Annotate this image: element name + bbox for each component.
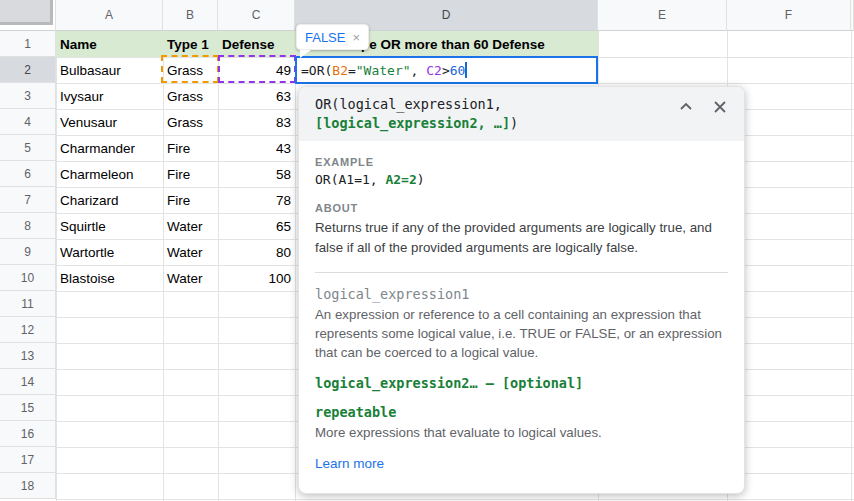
- example-code: OR(A1=1, A2=2): [315, 172, 728, 187]
- select-all-box-icon: [0, 0, 53, 25]
- formula-result-value: FALSE: [305, 30, 345, 45]
- cell-C4[interactable]: 83: [218, 109, 295, 135]
- row-header-15[interactable]: 15: [0, 395, 56, 421]
- cell-B3[interactable]: Grass: [163, 83, 218, 109]
- row-header-7[interactable]: 7: [0, 187, 56, 213]
- cell-C9[interactable]: 80: [218, 239, 295, 265]
- cell-B6[interactable]: Fire: [163, 161, 218, 187]
- formula-token: 60: [450, 63, 466, 78]
- row-header-3[interactable]: 3: [0, 83, 56, 109]
- signature-line-2: [logical_expression2, …]): [315, 114, 674, 133]
- cell-B9[interactable]: Water: [163, 239, 218, 265]
- cell-A5[interactable]: Charmander: [56, 135, 163, 161]
- param2-name: logical_expression2… – [optional]: [315, 375, 728, 391]
- row-header-18[interactable]: 18: [0, 473, 56, 499]
- cell-C6[interactable]: 58: [218, 161, 295, 187]
- cell-A3[interactable]: Ivysaur: [56, 83, 163, 109]
- function-signature: OR(logical_expression1, [logical_express…: [299, 87, 744, 141]
- cell-C10[interactable]: 100: [218, 265, 295, 291]
- cell-A1[interactable]: Name: [56, 31, 163, 57]
- row-header-4[interactable]: 4: [0, 109, 56, 135]
- collapse-chevron-up-icon[interactable]: [676, 97, 696, 117]
- row-header-1[interactable]: 1: [0, 31, 56, 57]
- spreadsheet: ABCDEF123456789101112131415161718Bulbasa…: [0, 0, 854, 501]
- cell-A4[interactable]: Venusaur: [56, 109, 163, 135]
- formula-token: >: [442, 63, 450, 78]
- param1-name: logical_expression1: [315, 286, 728, 302]
- about-text: Returns true if any of the provided argu…: [315, 218, 728, 258]
- row-header-8[interactable]: 8: [0, 213, 56, 239]
- column-header-E[interactable]: E: [598, 0, 727, 31]
- gridline-horizontal: [56, 499, 854, 500]
- formula-token: ,: [411, 63, 427, 78]
- column-header-F[interactable]: F: [727, 0, 851, 31]
- row-header-16[interactable]: 16: [0, 421, 56, 447]
- cell-B10[interactable]: Water: [163, 265, 218, 291]
- row-header-13[interactable]: 13: [0, 343, 56, 369]
- learn-more-link[interactable]: Learn more: [315, 456, 384, 471]
- row-header-5[interactable]: 5: [0, 135, 56, 161]
- cell-B1[interactable]: Type 1: [163, 31, 218, 57]
- cell-B4[interactable]: Grass: [163, 109, 218, 135]
- popup-body: EXAMPLE OR(A1=1, A2=2) ABOUT Returns tru…: [299, 156, 744, 472]
- close-icon[interactable]: ×: [352, 30, 360, 45]
- row-header-2[interactable]: 2: [0, 57, 56, 83]
- example-label: EXAMPLE: [315, 156, 728, 168]
- row-header-9[interactable]: 9: [0, 239, 56, 265]
- cell-C8[interactable]: 65: [218, 213, 295, 239]
- cell-C1[interactable]: Defense: [218, 31, 295, 57]
- param1-description: An expression or reference to a cell con…: [315, 305, 728, 362]
- cell-A6[interactable]: Charmeleon: [56, 161, 163, 187]
- cell-A2[interactable]: Bulbasaur: [56, 57, 163, 83]
- function-help-popup: OR(logical_expression1, [logical_express…: [298, 86, 745, 494]
- select-all-corner[interactable]: [0, 0, 56, 31]
- formula-token: =OR(: [301, 63, 332, 78]
- cell-C7[interactable]: 78: [218, 187, 295, 213]
- row-header-10[interactable]: 10: [0, 265, 56, 291]
- repeatable-label: repeatable: [315, 404, 728, 420]
- row-header-14[interactable]: 14: [0, 369, 56, 395]
- signature-line-1: OR(logical_expression1,: [315, 95, 674, 114]
- chip-tail: [300, 50, 311, 58]
- cell-B5[interactable]: Fire: [163, 135, 218, 161]
- cell-A8[interactable]: Squirtle: [56, 213, 163, 239]
- range-highlight-C2: [218, 55, 296, 83]
- formula-cell-D2[interactable]: =OR(B2="Water", C2>60: [295, 56, 598, 84]
- cell-B8[interactable]: Water: [163, 213, 218, 239]
- formula-token: C2: [426, 63, 442, 78]
- cell-A10[interactable]: Blastoise: [56, 265, 163, 291]
- row-header-12[interactable]: 12: [0, 317, 56, 343]
- close-popup-icon[interactable]: [710, 97, 730, 117]
- cell-A9[interactable]: Wartortle: [56, 239, 163, 265]
- cell-C3[interactable]: 63: [218, 83, 295, 109]
- column-header-A[interactable]: A: [56, 0, 163, 31]
- range-highlight-B2: [161, 55, 219, 83]
- column-header-B[interactable]: B: [163, 0, 218, 31]
- row-header-6[interactable]: 6: [0, 161, 56, 187]
- text-cursor: [465, 62, 467, 78]
- repeatable-description: More expressions that evaluate to logica…: [315, 423, 728, 442]
- row-header-17[interactable]: 17: [0, 447, 56, 473]
- formula-token: "Water": [356, 63, 411, 78]
- formula-result-chip: FALSE ×: [296, 24, 369, 50]
- formula-token: =: [348, 63, 356, 78]
- gridline-vertical: [851, 31, 852, 501]
- row-header-11[interactable]: 11: [0, 291, 56, 317]
- cell-B7[interactable]: Fire: [163, 187, 218, 213]
- divider: [315, 272, 728, 273]
- cell-A7[interactable]: Charizard: [56, 187, 163, 213]
- formula-token: B2: [332, 63, 348, 78]
- cell-C5[interactable]: 43: [218, 135, 295, 161]
- gridline-vertical: [295, 31, 296, 501]
- formula-text: =OR(B2="Water", C2>60: [301, 63, 465, 78]
- column-header-C[interactable]: C: [218, 0, 295, 31]
- about-label: ABOUT: [315, 202, 728, 214]
